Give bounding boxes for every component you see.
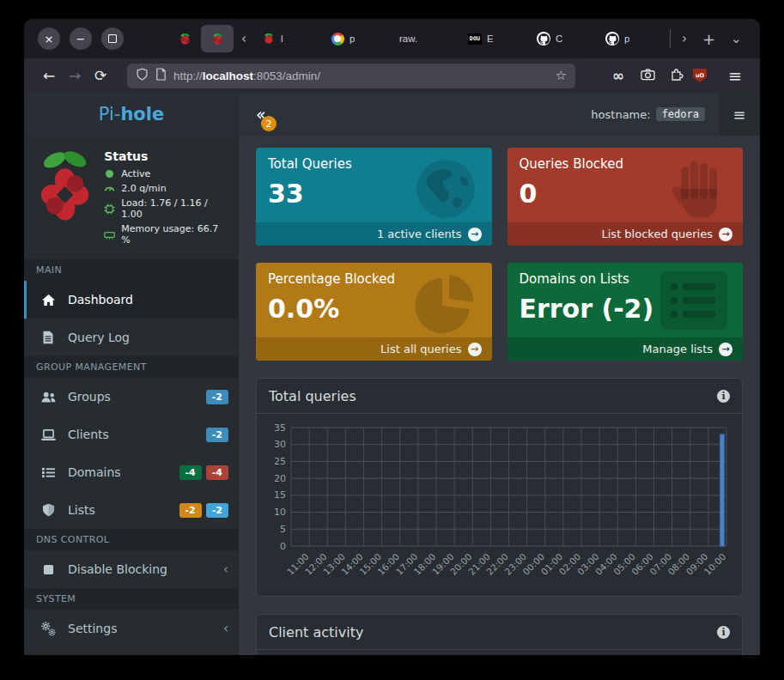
gauge-icon [104, 183, 115, 194]
tab-raw[interactable]: raw. [392, 25, 460, 52]
total-queries-panel: Total queries i 0510152025303511:0012:00… [256, 378, 743, 597]
sidebar-item-label: Lists [68, 503, 95, 517]
page-info-icon[interactable] [155, 68, 167, 84]
tab-label: raw. [399, 33, 417, 44]
percentage-blocked-card: Percentage Blocked 0.0% List all queries… [256, 263, 492, 361]
url-text[interactable]: http://localhost:8053/admin/ [173, 70, 549, 82]
arrow-circle-icon: → [468, 228, 482, 241]
domains-on-lists-card: Domains on Lists Error (-2) Manage lists… [507, 263, 744, 361]
tab-label: p [624, 33, 629, 44]
sidebar-collapse-button[interactable]: « 2 [256, 105, 282, 124]
tab-dou[interactable]: DOU E [460, 25, 529, 52]
lists-block-badge: -2 [206, 503, 228, 518]
browser-window: × − ‹ l p [24, 19, 760, 655]
status-load-row: Load: 1.76 / 1.16 / 1.00 [104, 197, 230, 220]
app-menu-button[interactable]: ≡ [719, 93, 760, 136]
status-memory-row: Memory usage: 66.7 % [104, 223, 230, 246]
raspberry-favicon [210, 32, 224, 46]
ublock-origin-icon[interactable]: uO [693, 69, 719, 82]
address-bar[interactable]: http://localhost:8053/admin/ ☆ [127, 64, 575, 88]
home-icon [40, 293, 57, 307]
browser-menu-button[interactable]: ≡ [722, 66, 748, 85]
pihole-logo[interactable]: Pi-hole [24, 93, 239, 136]
sidebar-item-label: Clients [68, 428, 109, 441]
sidebar-item-disable-blocking[interactable]: Disable Blocking ‹ [24, 550, 239, 588]
restore-icon [108, 34, 117, 43]
extensions-puzzle-icon[interactable] [664, 67, 690, 84]
sidebar-item-clients[interactable]: Clients -2 [24, 416, 239, 453]
section-main: MAIN [24, 259, 239, 281]
domains-allow-badge: -4 [179, 465, 202, 480]
app-header: Pi-hole « 2 hostname: fedora ≡ [24, 93, 760, 136]
scroll-tabs-left-button[interactable]: ‹ [234, 31, 254, 46]
back-button[interactable]: ← [36, 67, 62, 84]
sidebar-item-domains[interactable]: Domains -4 -4 [24, 453, 239, 491]
client-activity-chart-clipped [257, 650, 742, 655]
minimize-window-button[interactable]: − [70, 27, 92, 50]
pinned-tab-pihole-2-active[interactable] [201, 25, 234, 52]
card-footer-label: List blocked queries [602, 228, 714, 240]
hand-icon [662, 155, 731, 227]
sidebar-item-label: Groups [68, 390, 111, 404]
extension-infinity-icon[interactable]: ∞ [605, 67, 631, 84]
sidebar-item-label: Domains [68, 465, 121, 479]
sidebar-item-groups[interactable]: Groups -2 [24, 378, 239, 416]
tab-bar: × − ‹ l p [24, 19, 760, 58]
sidebar-item-lists[interactable]: Lists -2 -2 [24, 491, 239, 529]
card-footer-label: List all queries [380, 343, 461, 355]
dashboard-content: Total Queries 33 1 active clients → [239, 136, 760, 655]
github-favicon [605, 32, 619, 46]
sidebar-item-query-log[interactable]: Query Log [24, 319, 239, 356]
card-footer-label: 1 active clients [377, 228, 462, 240]
clients-count-badge: -2 [206, 428, 228, 442]
close-window-button[interactable]: × [38, 27, 60, 50]
card-footer-link[interactable]: Manage lists → [507, 337, 744, 361]
new-tab-button[interactable]: + [695, 30, 723, 48]
status-block: Status Active 2.0 q/min [24, 136, 239, 259]
hostname-value: fedora [656, 107, 705, 121]
screenshot-camera-icon[interactable] [635, 67, 660, 84]
svg-text:10: 10 [274, 507, 286, 518]
svg-text:0: 0 [280, 541, 286, 552]
list-all-tabs-button[interactable]: ⌄ [723, 31, 750, 46]
sidebar-item-settings[interactable]: Settings ‹ [24, 610, 239, 647]
arrow-circle-icon: → [719, 343, 732, 356]
google-favicon [331, 32, 344, 46]
file-icon [40, 331, 57, 344]
sidebar-item-tools[interactable]: Tools 2 ‹ [24, 647, 239, 655]
tab-github-2[interactable]: p [598, 25, 666, 52]
shield-permissions-icon[interactable] [136, 68, 149, 84]
tab-separator [670, 29, 671, 48]
info-icon[interactable]: i [717, 626, 730, 639]
chevron-left-icon: ‹ [223, 562, 228, 577]
users-icon [40, 391, 57, 404]
pie-chart-icon [411, 270, 480, 342]
pihole-raspberry-logo [34, 148, 95, 227]
list-lines-icon [657, 270, 731, 335]
arrow-circle-icon: → [719, 228, 732, 241]
total-queries-chart[interactable]: 0510152025303511:0012:0013:0014:0015:001… [265, 421, 732, 589]
section-system: SYSTEM [24, 588, 239, 610]
svg-text:5: 5 [280, 524, 286, 535]
groups-count-badge: -2 [206, 390, 228, 404]
forward-button[interactable]: → [62, 67, 88, 84]
chevron-left-icon: ‹ [223, 621, 228, 636]
maximize-window-button[interactable] [101, 27, 124, 50]
tab-google[interactable]: p [323, 25, 392, 52]
gears-icon [40, 621, 57, 636]
cpu-icon [104, 203, 115, 215]
tab-label: p [349, 33, 355, 44]
total-queries-card: Total Queries 33 1 active clients → [256, 148, 492, 246]
bookmark-star-icon[interactable]: ☆ [556, 68, 567, 83]
scroll-tabs-right-button[interactable]: › [674, 31, 695, 46]
reload-button[interactable]: ⟳ [88, 67, 113, 84]
info-icon[interactable]: i [717, 390, 730, 403]
tab-pihole-docs[interactable]: l [254, 25, 323, 52]
card-footer-label: Manage lists [642, 343, 713, 355]
shield-icon [40, 503, 57, 517]
pinned-tab-pihole-1[interactable] [168, 25, 201, 52]
sidebar-item-dashboard[interactable]: Dashboard [24, 281, 239, 319]
memory-icon [104, 229, 115, 240]
tab-github-1[interactable]: C [529, 25, 598, 52]
tab-label: l [281, 33, 283, 44]
